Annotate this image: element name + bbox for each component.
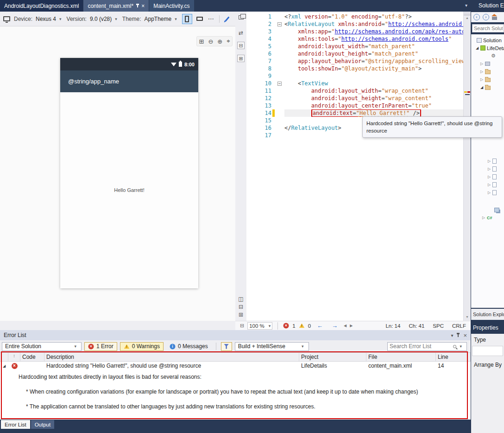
theme-value[interactable]: AppTheme — [145, 16, 172, 22]
error-search-box[interactable]: ▾ — [387, 342, 467, 351]
tree-item[interactable]: ▷ — [471, 157, 504, 165]
preview-body[interactable]: Hello Garrett! — [60, 92, 198, 288]
code-line[interactable]: 11 android:layout_width="wrap_content" — [246, 87, 463, 95]
error-search-input[interactable] — [389, 343, 453, 350]
code-line[interactable]: 1<?xml version="1.0" encoding="utf-8"?> — [246, 13, 463, 20]
open-in-new-window-icon[interactable] — [239, 15, 244, 19]
error-list-titlebar[interactable]: Error List ▾ × — [0, 330, 471, 340]
error-row[interactable]: ◢ Hardcoded string "Hello Garrett!", sho… — [0, 362, 471, 370]
pin-icon[interactable] — [137, 4, 138, 7]
zoom-in-icon[interactable]: ⊕ — [217, 38, 222, 45]
tab-mainactivity[interactable]: MainActivity.cs — [149, 0, 194, 12]
designer-splitter-strip[interactable]: ⇄ ⊟ ⊞ ◫ ⊟ ⊞ — [235, 12, 246, 321]
close-icon[interactable]: × — [141, 4, 145, 8]
home-icon[interactable] — [492, 17, 497, 20]
code-line[interactable]: 12 android:layout_height="wrap_content" — [246, 95, 463, 102]
code-line[interactable]: 8 tools:showIn="@layout/activity_main"> — [246, 65, 463, 72]
preview-textview[interactable]: Hello Garrett! — [60, 187, 198, 193]
layout-designer-surface[interactable]: ⊞ ⊖ ⊕ ⌖ 8:00 @string/app_name Hello Garr… — [0, 26, 235, 321]
severity-column-header[interactable]: ! — [8, 353, 20, 361]
chevron-down-icon[interactable]: ▾ — [175, 17, 177, 21]
column-header-description[interactable]: Description — [44, 353, 299, 361]
code-line[interactable]: 4 xmlns:tools="http://schemas.android.co… — [246, 35, 463, 43]
zoom-out-icon[interactable]: ⊖ — [208, 38, 213, 45]
zoom-to-fit-icon[interactable]: ⌖ — [227, 38, 230, 45]
expander-closed-icon[interactable]: ▷ — [480, 70, 485, 74]
code-line[interactable]: 10− <TextView — [246, 80, 463, 87]
pin-icon[interactable] — [458, 333, 459, 337]
tree-item[interactable]: ▷ — [471, 60, 504, 68]
chevron-down-icon[interactable]: ▾ — [59, 17, 62, 21]
window-position-icon[interactable]: ▾ — [451, 333, 453, 338]
source-filter-dropdown[interactable]: Build + IntelliSense ▾ — [235, 342, 309, 351]
messages-filter-button[interactable]: 0 Messages — [166, 342, 211, 351]
fold-collapse-icon[interactable]: − — [277, 82, 282, 86]
horizontal-split-icon[interactable]: ⊟ — [239, 304, 243, 310]
tree-item[interactable]: ▷C# — [471, 214, 504, 222]
expander-closed-icon[interactable]: ▷ — [488, 159, 492, 163]
pencil-icon[interactable] — [225, 16, 229, 21]
expander-closed-icon[interactable]: ▷ — [482, 216, 487, 220]
code-line[interactable]: 7 app:layout_behavior="@string/appbar_sc… — [246, 57, 463, 65]
grid-split-icon[interactable]: ⊞ — [239, 312, 243, 318]
prev-issue-icon[interactable]: ◀ — [344, 324, 346, 328]
tree-item[interactable]: ▷ — [471, 68, 504, 76]
filter-button[interactable] — [221, 342, 232, 351]
navigate-back-icon[interactable]: ← — [317, 322, 323, 329]
code-line[interactable]: 6 android:layout_height="match_parent" — [246, 50, 463, 57]
overflow-icon[interactable]: ⋯ — [208, 15, 214, 22]
tree-item[interactable]: ▷ — [471, 189, 504, 197]
xml-code-editor[interactable]: 1<?xml version="1.0" encoding="utf-8"?>2… — [246, 12, 463, 321]
vertical-split-icon[interactable]: ◫ — [238, 296, 243, 302]
zoom-select[interactable]: 100 % ▾ — [247, 322, 272, 330]
navigate-forward-icon[interactable]: → — [332, 322, 338, 329]
chevron-down-icon[interactable]: ▾ — [460, 344, 462, 349]
grid-icon[interactable]: ⊞ — [199, 38, 204, 45]
tree-item[interactable] — [471, 206, 504, 214]
tree-item[interactable]: ▷ — [471, 173, 504, 181]
source-view-icon[interactable]: ⊞ — [237, 55, 245, 62]
close-icon[interactable]: × — [463, 332, 467, 339]
version-value[interactable]: 9.0 (v28) — [90, 16, 112, 22]
search-icon[interactable] — [453, 345, 456, 348]
landscape-orientation-button[interactable] — [195, 14, 205, 24]
tree-item[interactable]: ▷ — [471, 76, 504, 83]
editor-scrollbar[interactable]: ▲ ▼ — [463, 12, 471, 321]
expander-closed-icon[interactable]: ▷ — [488, 175, 492, 179]
scroll-down-icon[interactable]: ▼ — [464, 314, 471, 320]
solution-search-input[interactable] — [472, 25, 504, 32]
tree-item[interactable]: ⚙ — [471, 52, 504, 60]
tab-error-list[interactable]: Error List — [1, 420, 30, 429]
row-expander-icon[interactable]: ◢ — [0, 364, 8, 368]
code-line[interactable]: 9 — [246, 72, 463, 80]
column-header-file[interactable]: File — [366, 353, 436, 361]
tab-output[interactable]: Output — [31, 420, 55, 429]
portrait-orientation-button[interactable] — [182, 14, 192, 24]
expander-open-icon[interactable]: ◢ — [480, 85, 485, 89]
column-header-code[interactable]: Code — [20, 353, 44, 361]
tab-androidlayoutdiagnostics[interactable]: AndroidLayoutDiagnostics.xml — [0, 0, 83, 12]
expander-closed-icon[interactable]: ▷ — [480, 77, 485, 82]
tree-item[interactable]: ▷ — [471, 181, 504, 189]
expander-closed-icon[interactable]: ▷ — [488, 191, 492, 195]
device-value[interactable]: Nexus 4 — [36, 16, 56, 22]
scope-filter-dropdown[interactable]: Entire Solution ▾ — [2, 342, 82, 351]
errors-filter-button[interactable]: 1 Error — [84, 342, 117, 351]
splitter-grip[interactable] — [464, 12, 471, 15]
expander-closed-icon[interactable]: ▷ — [488, 167, 492, 171]
design-view-icon[interactable]: ⊟ — [237, 42, 245, 49]
tree-item[interactable]: ◢ — [471, 83, 504, 91]
expander-column-header[interactable] — [0, 353, 8, 361]
solution-search-box[interactable] — [472, 24, 504, 32]
solution-explorer-bottom-tab[interactable]: Solution Explorer — [471, 309, 504, 320]
swap-panes-icon[interactable]: ⇄ — [239, 30, 243, 36]
expander-closed-icon[interactable]: ▷ — [480, 62, 485, 66]
property-value-box[interactable] — [472, 346, 503, 356]
code-line[interactable]: 3 xmlns:app="http://schemas.android.com/… — [246, 28, 463, 35]
column-header-line[interactable]: Line — [436, 353, 471, 361]
forward-icon[interactable]: › — [483, 14, 489, 20]
code-line[interactable]: 2−<RelativeLayout xmlns:android="http://… — [246, 20, 463, 28]
fold-collapse-icon[interactable]: − — [277, 22, 282, 26]
column-header-project[interactable]: Project — [299, 353, 366, 361]
scroll-up-icon[interactable]: ▲ — [464, 15, 471, 21]
